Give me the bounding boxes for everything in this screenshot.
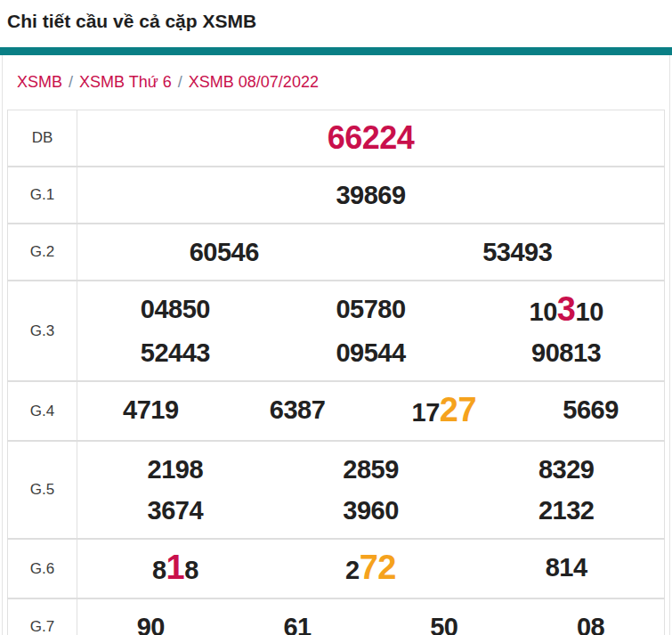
prize-row: G.139869: [8, 167, 665, 224]
prize-number-line: 219828598329: [77, 449, 664, 490]
digit-segment: 2198: [148, 455, 204, 484]
prize-row: G.6818272814: [8, 539, 665, 598]
prize-number: 90813: [468, 332, 664, 373]
digit-segment: 39869: [336, 181, 405, 209]
digit-segment: 5669: [563, 395, 619, 424]
prize-number: 08: [517, 607, 664, 635]
prize-values: 219828598329367439602132: [77, 441, 665, 539]
prize-number: 2198: [77, 449, 273, 490]
prize-number-line: 39869: [77, 175, 664, 216]
prize-number: 5669: [517, 389, 664, 433]
digit-segment: 90813: [531, 338, 601, 367]
prize-number: 90: [77, 607, 224, 635]
prize-number: 10310: [468, 289, 664, 332]
digit-segment: 61: [283, 613, 311, 635]
teal-divider: [0, 47, 672, 55]
prize-number: 53493: [371, 232, 665, 273]
prize-label: G.4: [8, 381, 77, 441]
digit-segment: 53493: [482, 238, 552, 266]
prize-number: 3674: [77, 490, 273, 531]
prize-label: G.7: [8, 598, 77, 635]
digit-segment: 3960: [343, 496, 399, 525]
breadcrumb-link-xsmb[interactable]: XSMB: [17, 73, 62, 91]
digit-segment: 66224: [328, 119, 415, 156]
digit-segment: 17: [412, 398, 440, 427]
prize-number: 61: [224, 607, 371, 635]
prize-number: 05780: [273, 289, 469, 332]
prize-row: G.5219828598329367439602132: [8, 441, 665, 539]
breadcrumb-separator: /: [69, 73, 73, 91]
prize-number: 04850: [77, 289, 273, 332]
prize-row: G.26054653493: [8, 224, 665, 281]
prize-row: G.790615008: [8, 598, 665, 635]
digit-segment: 4719: [123, 395, 179, 424]
digit-segment: 08: [577, 613, 604, 635]
prize-number: 09544: [273, 332, 469, 373]
prize-row: G.3048500578010310524430954490813: [8, 281, 665, 381]
prize-label: G.3: [8, 281, 77, 381]
prize-label: G.2: [8, 224, 77, 281]
prize-number: 8329: [468, 449, 664, 490]
prize-label: G.1: [8, 167, 77, 224]
prize-row: DB66224: [8, 110, 665, 167]
digit-segment: 814: [546, 553, 587, 582]
highlighted-digit: 3: [557, 290, 576, 328]
prize-values: 66224: [77, 110, 665, 167]
prize-table: DB66224G.139869G.26054653493G.3048500578…: [7, 110, 665, 635]
prize-label: G.6: [8, 539, 77, 598]
digit-segment: 6387: [270, 395, 326, 424]
highlighted-digit: 27: [440, 391, 476, 428]
digit-segment: 2859: [343, 455, 399, 484]
prize-table-body: DB66224G.139869G.26054653493G.3048500578…: [8, 110, 665, 635]
prize-number-line: 4719638717275669: [77, 389, 664, 433]
prize-number-line: 90615008: [77, 607, 664, 635]
prize-number: 4719: [77, 389, 224, 433]
prize-number: 272: [273, 547, 469, 590]
prize-number: 60546: [77, 232, 371, 273]
digit-segment: 10: [530, 297, 557, 326]
prize-values: 90615008: [77, 598, 665, 635]
prize-number-line: 524430954490813: [77, 332, 664, 373]
prize-number: 39869: [77, 175, 664, 216]
digit-segment: 50: [430, 613, 457, 635]
digit-segment: 04850: [141, 295, 210, 323]
digit-segment: 90: [137, 613, 165, 635]
prize-label: G.5: [8, 441, 77, 539]
prize-number: 6387: [224, 389, 371, 433]
prize-number-line: 048500578010310: [77, 289, 664, 332]
breadcrumb-link-xsmb-thu-6[interactable]: XSMB Thứ 6: [79, 73, 172, 91]
breadcrumb-separator: /: [178, 73, 182, 91]
prize-number: 2132: [468, 490, 664, 531]
prize-number: 52443: [77, 332, 273, 373]
digit-segment: 10: [576, 297, 603, 326]
digit-segment: 52443: [141, 338, 210, 367]
prize-number: 2859: [273, 449, 469, 490]
digit-segment: 8329: [538, 455, 595, 484]
digit-segment: 8: [152, 556, 166, 584]
digit-segment: 2132: [538, 496, 595, 525]
digit-segment: 2: [345, 556, 360, 584]
prize-values: 818272814: [77, 539, 665, 598]
breadcrumb-link-xsmb-date[interactable]: XSMB 08/07/2022: [189, 73, 319, 91]
prize-number: 3960: [273, 490, 469, 531]
prize-number: 814: [468, 547, 664, 590]
prize-row: G.44719638717275669: [8, 381, 665, 441]
prize-label: DB: [8, 110, 77, 167]
digit-segment: 3674: [148, 496, 204, 525]
prize-number: 66224: [77, 118, 664, 159]
content-box: XSMB/XSMB Thứ 6/XSMB 08/07/2022 DB66224G…: [2, 55, 670, 635]
page-title: Chi tiết cầu về cả cặp XSMB: [7, 11, 672, 32]
digit-segment: 60546: [190, 238, 259, 266]
prize-values: 39869: [77, 167, 665, 224]
prize-values: 4719638717275669: [77, 381, 665, 441]
digit-segment: 09544: [336, 338, 405, 367]
breadcrumb: XSMB/XSMB Thứ 6/XSMB 08/07/2022: [3, 55, 669, 110]
prize-number: 1727: [371, 389, 518, 433]
prize-values: 048500578010310524430954490813: [77, 281, 665, 381]
prize-number: 818: [77, 547, 273, 590]
prize-number-line: 66224: [77, 118, 664, 159]
highlighted-digit: 72: [360, 549, 396, 586]
prize-number-line: 367439602132: [77, 490, 664, 531]
prize-number: 50: [371, 607, 518, 635]
prize-number-line: 818272814: [77, 547, 664, 590]
